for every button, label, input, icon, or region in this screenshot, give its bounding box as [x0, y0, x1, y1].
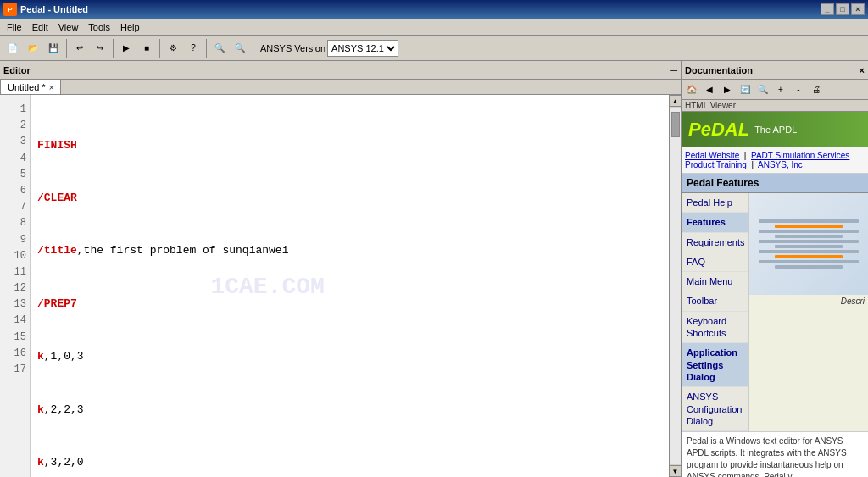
line-num-13: 13: [3, 297, 26, 313]
redo-button[interactable]: ↪: [91, 39, 109, 58]
feat-requirements[interactable]: Requirements: [682, 233, 748, 252]
tab-close-button[interactable]: ×: [49, 83, 54, 92]
line-num-3: 3: [3, 134, 26, 150]
zoom-out-button[interactable]: 🔍: [231, 39, 249, 58]
doc-content: PeDAL The APDL Pedal Website | PADT Simu…: [682, 112, 868, 477]
doc-home-button[interactable]: 🏠: [683, 82, 700, 97]
new-button[interactable]: 📄: [3, 39, 22, 58]
pedal-website-link[interactable]: Pedal Website: [685, 151, 739, 160]
feat-faq[interactable]: FAQ: [682, 252, 748, 272]
feat-ansys-config[interactable]: ANSYS Configuration Dialog: [682, 387, 748, 431]
product-training-link[interactable]: Product Training: [685, 160, 747, 169]
ansys-version-select[interactable]: ANSYS 12.1: [327, 40, 398, 57]
preview-line-6: [775, 245, 842, 248]
doc-toolbar: 🏠 ◀ ▶ 🔄 🔍 + - 🖨: [682, 80, 868, 100]
doc-close-button[interactable]: ×: [860, 65, 865, 75]
undo-button[interactable]: ↩: [70, 39, 89, 58]
toolbar-separator-1: [66, 39, 67, 58]
toolbar-separator-2: [113, 39, 114, 58]
scroll-track[interactable]: [670, 108, 681, 464]
doc-banner: PeDAL The APDL: [682, 112, 868, 147]
feat-keyboard-shortcuts[interactable]: Keyboard Shortcuts: [682, 312, 748, 344]
menu-tools[interactable]: Tools: [83, 20, 115, 34]
editor-scrollbar[interactable]: ▲ ▼: [669, 95, 681, 477]
line-num-7: 7: [3, 199, 26, 215]
doc-forward-button[interactable]: ▶: [719, 82, 736, 97]
doc-search-button[interactable]: 🔍: [754, 82, 771, 97]
title-bar: P Pedal - Untitled _ □ ×: [0, 0, 868, 19]
code-content[interactable]: FINISH /CLEAR /title,the first problem o…: [31, 95, 669, 477]
doc-zoom-out-button[interactable]: -: [790, 82, 807, 97]
code-line-1: FINISH: [37, 137, 662, 155]
line-num-2: 2: [3, 118, 26, 134]
toolbar: 📄 📂 💾 ↩ ↪ ▶ ■ ⚙ ? 🔍 🔍 ANSYS Version ANSY…: [0, 36, 868, 61]
pedal-logo: PeDAL: [688, 119, 749, 141]
preview-line-4: [775, 235, 842, 238]
line-num-9: 9: [3, 232, 26, 248]
doc-refresh-button[interactable]: 🔄: [737, 82, 754, 97]
doc-print-button[interactable]: 🖨: [808, 82, 825, 97]
menu-view[interactable]: View: [53, 20, 84, 34]
apdl-tagline: The APDL: [754, 125, 797, 135]
scroll-up-button[interactable]: ▲: [670, 95, 682, 107]
zoom-in-button[interactable]: 🔍: [210, 39, 229, 58]
line-numbers: 1 2 3 4 5 6 7 8 9 10 11 12 13 14: [0, 95, 31, 477]
line-num-16: 16: [3, 346, 26, 362]
ansys-inc-link[interactable]: ANSYS, Inc: [758, 160, 803, 169]
preview-line-7: [759, 250, 860, 253]
feat-pedal-help[interactable]: Pedal Help: [682, 193, 748, 213]
settings-button[interactable]: ⚙: [164, 39, 182, 58]
save-button[interactable]: 💾: [44, 39, 63, 58]
doc-back-button[interactable]: ◀: [701, 82, 718, 97]
editor-tab-untitled[interactable]: Untitled * ×: [0, 80, 61, 94]
doc-description: Pedal is a Windows text editor for ANSYS…: [682, 431, 868, 477]
feat-features[interactable]: Features: [682, 213, 748, 232]
code-area[interactable]: 1CAE.COM 1 2 3 4 5 6 7 8 9 10 11 12: [0, 95, 669, 477]
line-num-1: 1: [3, 102, 26, 118]
preview-line-5: [759, 240, 860, 243]
editor-label: Editor: [3, 65, 31, 75]
padt-link[interactable]: PADT Simulation Services: [751, 151, 849, 160]
menu-help[interactable]: Help: [115, 20, 145, 34]
doc-label: Documentation: [685, 65, 753, 75]
code-line-4: /PREP7: [37, 296, 662, 313]
doc-header: Documentation ×: [682, 61, 868, 80]
menu-edit[interactable]: Edit: [27, 20, 53, 34]
features-preview: Descri: [749, 193, 868, 431]
close-button[interactable]: ×: [851, 3, 865, 15]
line-num-4: 4: [3, 151, 26, 167]
title-text: Pedal - Untitled: [20, 4, 88, 14]
run-button[interactable]: ▶: [117, 39, 136, 58]
scroll-thumb[interactable]: [671, 112, 680, 137]
preview-line-9: [759, 260, 860, 263]
doc-zoom-in-button[interactable]: +: [772, 82, 789, 97]
features-header: Pedal Features: [682, 174, 868, 193]
tab-label: Untitled *: [8, 82, 46, 92]
features-body: Pedal Help Features Requirements FAQ Mai…: [682, 193, 868, 431]
scroll-down-button[interactable]: ▼: [670, 465, 682, 477]
feat-main-menu[interactable]: Main Menu: [682, 272, 748, 291]
editor-panel: Editor ─ Untitled * × 1CAE.COM 1 2 3 4 5: [0, 61, 682, 477]
ansys-version-label: ANSYS Version: [260, 43, 326, 53]
feat-application-settings[interactable]: Application Settings Dialog: [682, 343, 748, 387]
preview-line-2: [775, 225, 842, 228]
stop-button[interactable]: ■: [137, 39, 156, 58]
editor-tabs: Untitled * ×: [0, 80, 681, 95]
menu-bar: File Edit View Tools Help: [0, 19, 868, 36]
preview-line-1: [759, 219, 860, 223]
line-num-6: 6: [3, 183, 26, 199]
features-menu: Pedal Help Features Requirements FAQ Mai…: [682, 193, 749, 431]
code-line-2: /CLEAR: [37, 190, 662, 208]
menu-file[interactable]: File: [2, 20, 27, 34]
line-num-17: 17: [3, 362, 26, 378]
open-button[interactable]: 📂: [24, 39, 42, 58]
feat-toolbar[interactable]: Toolbar: [682, 291, 748, 311]
toolbar-separator-3: [159, 39, 160, 58]
editor-minimize-icon[interactable]: ─: [670, 65, 677, 75]
maximize-button[interactable]: □: [836, 3, 849, 15]
window-controls[interactable]: _ □ ×: [821, 3, 865, 15]
line-num-15: 15: [3, 330, 26, 346]
desc-label: Descri: [749, 295, 868, 308]
minimize-button[interactable]: _: [821, 3, 834, 15]
help-button[interactable]: ?: [184, 39, 203, 58]
